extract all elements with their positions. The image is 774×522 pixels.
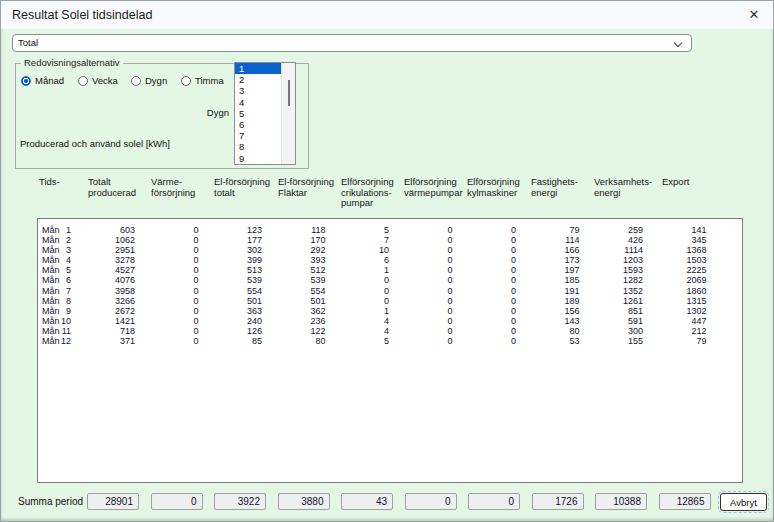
table-cell: 0 [456,265,516,275]
table-row[interactable]: Mån1603012311850079259141 [38,225,742,235]
table-cell: 0 [329,286,389,296]
summary-value-box: 43 [341,493,393,510]
radio-manad[interactable]: Månad [21,71,64,83]
table-cell: 1593 [583,265,643,275]
cancel-button[interactable]: Avbryt [720,493,767,511]
table-row[interactable]: Mån12371085805005315579 [38,336,742,346]
table-cell: 0 [393,255,453,265]
table-cell: 513 [202,265,262,275]
table-cell: 0 [139,306,199,316]
summary-value: 12865 [677,496,705,507]
table-cell: 10 [329,245,389,255]
table-cell: 512 [266,265,326,275]
table-cell: 118 [266,225,326,235]
table-cell: 363 [202,306,262,316]
table-cell: 718 [75,326,135,336]
table-cell: 6 [329,255,389,265]
table-cell: 166 [520,245,580,255]
list-item[interactable]: 9 [235,153,282,164]
column-header: Elförsörjning kylmaskiner [467,177,520,198]
table-cell: 170 [266,235,326,245]
list-item[interactable]: 1 [235,63,282,74]
table-row[interactable]: Mån329510302292100016611141368 [38,245,742,255]
month-number: 2 [56,235,71,245]
summary-value: 1726 [555,496,577,507]
list-item[interactable]: 2 [235,74,282,85]
table-cell: 2225 [647,265,707,275]
table-cell: 0 [139,326,199,336]
table-row[interactable]: Mån43278039939360017312031503 [38,255,742,265]
table-cell: 0 [139,255,199,265]
radio-circle-icon [181,76,191,86]
listbox-scrollbar[interactable] [281,63,295,164]
table-cell: 1282 [583,275,643,285]
table-cell: 0 [456,296,516,306]
table-cell: 189 [520,296,580,306]
table-cell: 447 [647,316,707,326]
radio-vecka[interactable]: Vecka [78,71,118,83]
month-number: 7 [56,286,71,296]
table-row[interactable]: Mån11718012612240080300212 [38,326,742,336]
radio-label: Timma [195,75,224,86]
table-cell: 155 [583,336,643,346]
radio-timma[interactable]: Timma [181,71,224,83]
list-item[interactable]: 6 [235,119,282,130]
table-cell: 85 [202,336,262,346]
list-item[interactable]: 10 [235,164,282,165]
list-item[interactable]: 3 [235,85,282,96]
summary-value: 28901 [105,496,133,507]
table-cell: 126 [202,326,262,336]
table-cell: 0 [139,265,199,275]
table-cell: 0 [393,265,453,275]
table-cell: 4076 [75,275,135,285]
table-row[interactable]: Mån73958055455400019113521860 [38,286,742,296]
table-cell: 53 [520,336,580,346]
table-cell: 185 [520,275,580,285]
table-row[interactable]: Mån1014210240236400143591447 [38,316,742,326]
table-cell: 0 [456,255,516,265]
table-row[interactable]: Mån83266050150100018912611315 [38,296,742,306]
column-header: Elförsörjning värmepumpar [404,177,463,198]
scrollbar-thumb-icon[interactable] [288,80,290,106]
month-number: 10 [56,316,71,326]
table-row[interactable]: Mån9267203633621001568511302 [38,306,742,316]
summary-value-box: 0 [468,493,520,510]
table-cell: 0 [456,326,516,336]
column-header: Värme- försörjning [151,177,195,198]
radio-label: Vecka [92,75,118,86]
table-cell: 0 [393,326,453,336]
table-cell: 212 [647,326,707,336]
result-type-combobox[interactable]: Total [12,34,692,52]
table-cell: 362 [266,306,326,316]
close-icon[interactable]: ✕ [746,7,762,23]
summary-value: 0 [508,496,514,507]
table-cell: 0 [139,275,199,285]
table-cell: 3958 [75,286,135,296]
table-cell: 80 [266,336,326,346]
list-item[interactable]: 4 [235,97,282,108]
table-row[interactable]: Mån54527051351210019715932225 [38,265,742,275]
radio-dygn[interactable]: Dygn [131,71,167,83]
table-cell: 539 [202,275,262,285]
table-cell: 114 [520,235,580,245]
dygn-listbox[interactable]: 12345678910 [234,62,296,165]
table-cell: 393 [266,255,326,265]
column-header: Export [662,177,689,188]
summa-period-label: Summa period [18,496,83,507]
table-row[interactable]: Mån210620177170700114426345 [38,235,742,245]
table-cell: 5 [329,336,389,346]
table-cell: 0 [456,306,516,316]
list-item[interactable]: 5 [235,108,282,119]
summary-value: 10388 [613,496,641,507]
list-item[interactable]: 8 [235,141,282,152]
table-row[interactable]: Mån64076053953900018512822069 [38,275,742,285]
month-number: 11 [56,326,71,336]
table-cell: 0 [139,235,199,245]
table-cell: 1368 [647,245,707,255]
table-cell: 302 [202,245,262,255]
table-cell: 0 [139,225,199,235]
summary-value-box: 0 [151,493,203,510]
summary-value: 0 [445,496,451,507]
list-item[interactable]: 7 [235,130,282,141]
table-cell: 0 [139,286,199,296]
